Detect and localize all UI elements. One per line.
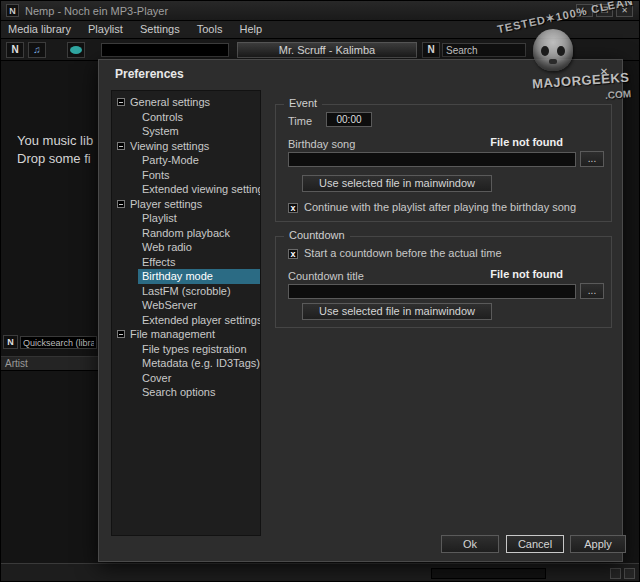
tree-label: File management [130,328,215,340]
browse-button[interactable]: ... [580,151,604,167]
time-input[interactable] [326,112,372,127]
nemp-main-window: N Nemp - Noch ein MP3-Player – ❐ ✕ Media… [0,0,640,582]
toolbar: N ♫ Mr. Scruff - Kalimba N [1,39,640,61]
collapse-icon[interactable] [117,142,125,150]
tree-item-extended-viewing-settings[interactable]: Extended viewing settings [112,182,260,197]
tree-item-webserver[interactable]: WebServer [112,298,260,313]
tree-item-general-settings[interactable]: General settings [112,95,260,110]
library-empty-text-line2: Drop some fi [17,151,91,166]
tree-label: General settings [130,96,210,108]
tree-item-search-options[interactable]: Search options [112,385,260,400]
countdown-group: Countdown xStart a countdown before the … [275,236,612,328]
tree-label: System [142,125,179,137]
tree-label: Cover [142,372,171,384]
tree-label: Playlist [142,212,177,224]
status-bar [1,563,640,582]
tree-item-fonts[interactable]: Fonts [112,168,260,183]
app-icon: N [6,4,19,17]
dialog-title: Preferences [115,67,184,81]
minimize-icon[interactable]: – [576,4,593,17]
tree-item-file-management[interactable]: File management [112,327,260,342]
tree-item-lastfm[interactable]: LastFM (scrobble) [112,284,260,299]
tree-label: Random playback [142,227,230,239]
tree-item-birthday-mode[interactable]: Birthday mode [112,269,260,284]
tree-item-effects[interactable]: Effects [112,255,260,270]
collapse-icon[interactable] [117,200,125,208]
close-icon[interactable]: ✕ [616,4,633,17]
nemp-icon[interactable]: N [6,42,24,58]
use-selected-file-button[interactable]: Use selected file in mainwindow [302,303,492,320]
tree-label: Search options [142,386,215,398]
tree-label: Effects [142,256,175,268]
checkbox-checked-icon[interactable]: x [288,249,298,259]
menu-settings[interactable]: Settings [133,21,187,37]
menu-playlist[interactable]: Playlist [81,21,130,37]
file-not-found-status: File not found [490,268,563,280]
quicksearch-input[interactable] [20,336,97,349]
tree-label: Player settings [130,198,202,210]
collapse-icon[interactable] [117,330,125,338]
stream-icon[interactable] [67,42,85,58]
menu-media-library[interactable]: Media library [1,21,78,37]
tree-label: Extended viewing settings [142,183,261,195]
start-countdown-checkbox-row: xStart a countdown before the actual tim… [288,247,502,259]
tree-item-extended-player-settings[interactable]: Extended player settings [112,313,260,328]
search-input[interactable] [442,43,526,57]
now-playing-display: Mr. Scruff - Kalimba [237,42,417,58]
tree-item-metadata[interactable]: Metadata (e.g. ID3Tags) [112,356,260,371]
artist-column-header[interactable]: Artist [1,356,98,371]
tree-label: Controls [142,111,183,123]
ok-button[interactable]: Ok [441,535,499,553]
tree-item-system[interactable]: System [112,124,260,139]
tree-item-party-mode[interactable]: Party-Mode [112,153,260,168]
music-note-icon[interactable]: ♫ [28,42,46,58]
tree-label: Metadata (e.g. ID3Tags) [142,357,260,369]
event-group: Event Time Birthday song File not found … [275,104,612,222]
countdown-file-input[interactable] [288,284,576,299]
continue-playlist-checkbox-row: xContinue with the playlist after playin… [288,201,576,213]
tree-label: Extended player settings [142,314,261,326]
tree-item-random-playback[interactable]: Random playback [112,226,260,241]
birthday-song-file-input[interactable] [288,152,576,167]
status-button-2[interactable] [624,568,635,579]
oval-glyph [70,46,82,54]
tree-item-file-types-registration[interactable]: File types registration [112,342,260,357]
event-group-title: Event [284,97,322,109]
tree-label: Fonts [142,169,170,181]
tree-label: WebServer [142,299,197,311]
maximize-icon[interactable]: ❐ [596,4,613,17]
window-title: Nemp - Noch ein MP3-Player [25,5,168,17]
menu-help[interactable]: Help [233,21,270,37]
menu-tools[interactable]: Tools [190,21,230,37]
continue-playlist-checkbox-label: Continue with the playlist after playing… [304,201,576,213]
library-empty-text-line1: You music lib [17,133,93,148]
dialog-close-icon[interactable]: ✕ [596,65,612,79]
toolbar-text-input[interactable] [101,43,229,57]
status-progress-inset [431,568,546,579]
note-glyph: ♫ [33,44,41,55]
library-n-icon[interactable]: N [422,42,440,58]
use-selected-file-button[interactable]: Use selected file in mainwindow [302,175,492,192]
tree-item-playlist[interactable]: Playlist [112,211,260,226]
tree-label: LastFM (scrobble) [142,285,231,297]
status-button-1[interactable] [610,568,621,579]
start-countdown-checkbox-label: Start a countdown before the actual time [304,247,502,259]
time-label: Time [288,115,312,127]
checkbox-checked-icon[interactable]: x [288,203,298,213]
preferences-tree: General settings Controls System Viewing… [111,90,261,536]
tree-item-cover[interactable]: Cover [112,371,260,386]
tree-item-web-radio[interactable]: Web radio [112,240,260,255]
tree-label: File types registration [142,343,247,355]
countdown-title-label: Countdown title [288,270,364,282]
tree-item-viewing-settings[interactable]: Viewing settings [112,139,260,154]
tree-item-controls[interactable]: Controls [112,110,260,125]
tree-item-player-settings[interactable]: Player settings [112,197,260,212]
tree-label: Web radio [142,241,192,253]
birthday-song-label: Birthday song [288,138,355,150]
browse-button[interactable]: ... [580,283,604,299]
quicksearch-n-icon[interactable]: N [3,335,18,349]
apply-button[interactable]: Apply [570,535,626,553]
cancel-button[interactable]: Cancel [506,535,564,553]
tree-label: Party-Mode [142,154,199,166]
collapse-icon[interactable] [117,98,125,106]
